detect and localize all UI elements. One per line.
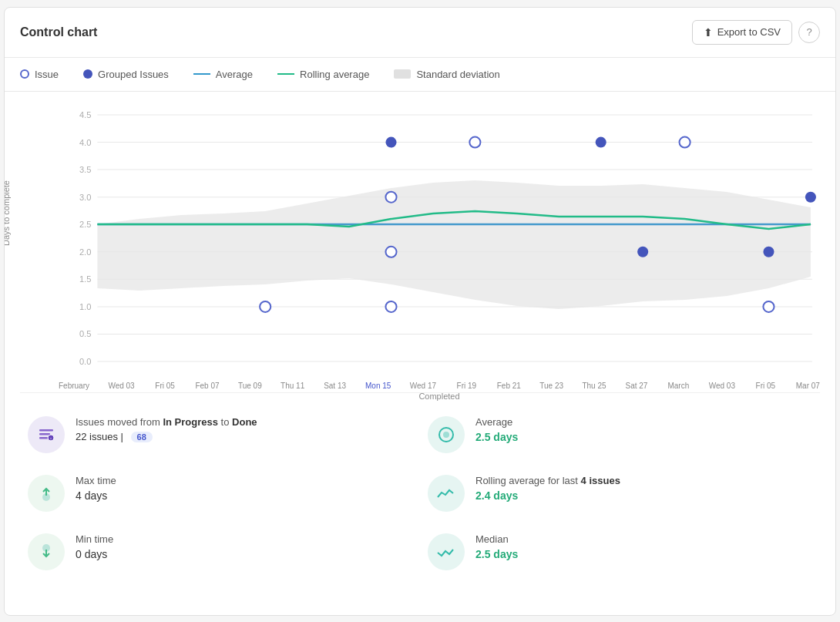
- stat-median: Median 2.5 days: [420, 523, 820, 581]
- stats-section: ↑ Issues moved from In Progress to Done …: [5, 393, 835, 593]
- stat-label-average: Average: [475, 416, 812, 428]
- chart-inner: 4.5 4.0 3.5 3.0 2.5 2.0 1.5 1.0 0.5 0.0: [59, 99, 820, 377]
- stat-content-average: Average 2.5 days: [475, 416, 812, 443]
- svg-text:3.0: 3.0: [79, 192, 91, 201]
- x-label-feb21: Feb 21: [497, 382, 521, 390]
- legend-label-rolling: Rolling average: [300, 69, 369, 80]
- x-label-march: March: [667, 382, 690, 390]
- chart-svg: 4.5 4.0 3.5 3.0 2.5 2.0 1.5 1.0 0.5 0.0: [59, 99, 820, 377]
- stat-issues-count: 22 issues | 68: [76, 431, 412, 442]
- data-point-grouped[interactable]: [763, 246, 774, 257]
- export-csv-button[interactable]: ⬆ Export to CSV: [692, 20, 792, 45]
- x-label-tue23: Tue 23: [539, 382, 563, 390]
- stddev-legend-icon: [394, 69, 411, 79]
- stat-label-issues: Issues moved from In Progress to Done: [76, 416, 412, 428]
- x-label-wed17: Wed 17: [410, 382, 436, 390]
- stat-label-in-progress: In Progress: [163, 416, 218, 428]
- help-icon: ?: [806, 26, 811, 38]
- legend-label-grouped: Grouped Issues: [98, 69, 169, 80]
- control-chart-card: Control chart ⬆ Export to CSV ? Issue Gr…: [4, 7, 836, 616]
- legend-item-rolling: Rolling average: [277, 69, 369, 80]
- legend-item-issue: Issue: [20, 69, 59, 80]
- stat-content-issues: Issues moved from In Progress to Done 22…: [76, 416, 412, 442]
- chart-area: Days to complete: [5, 92, 835, 392]
- legend-item-average: Average: [193, 69, 253, 80]
- svg-text:2.0: 2.0: [79, 247, 91, 256]
- legend-item-stddev: Standard deviation: [394, 69, 499, 80]
- svg-text:4.0: 4.0: [79, 137, 91, 146]
- x-label-fri05-2: Fri 05: [754, 382, 777, 390]
- svg-text:↑: ↑: [49, 436, 52, 442]
- y-axis-label: Days to complete: [4, 230, 11, 246]
- data-point-issue[interactable]: [763, 301, 774, 311]
- stat-content-max: Max time 4 days: [76, 475, 412, 502]
- svg-text:3.5: 3.5: [79, 165, 91, 174]
- svg-text:0.5: 0.5: [79, 329, 91, 338]
- svg-marker-20: [97, 180, 810, 309]
- grouped-legend-icon: [83, 69, 92, 79]
- data-point-issue[interactable]: [260, 301, 270, 311]
- data-point-issue[interactable]: [680, 136, 690, 147]
- export-icon: ⬆: [704, 26, 713, 39]
- stat-icon-issues: ↑: [28, 416, 65, 453]
- legend-label-average: Average: [216, 69, 253, 80]
- stat-content-median: Median 2.5 days: [475, 533, 812, 560]
- x-label-fri19: Fri 19: [455, 382, 478, 390]
- x-label-sat27: Sat 27: [625, 382, 648, 390]
- svg-text:2.5: 2.5: [79, 220, 91, 229]
- chart-container: Days to complete: [20, 99, 820, 392]
- stats-left: ↑ Issues moved from In Progress to Done …: [20, 405, 420, 581]
- x-label-tue09: Tue 09: [238, 382, 262, 390]
- chart-legend: Issue Grouped Issues Average Rolling ave…: [5, 58, 835, 92]
- x-label-mar07: Mar 07: [796, 382, 820, 390]
- page-title: Control chart: [20, 25, 97, 39]
- x-label-thu11: Thu 11: [281, 382, 304, 390]
- card-header: Control chart ⬆ Export to CSV ?: [5, 8, 835, 58]
- stat-average: Average 2.5 days: [420, 405, 820, 464]
- stat-value-average: 2.5 days: [475, 431, 812, 443]
- data-point-grouped[interactable]: [805, 191, 816, 202]
- x-label-wed03: Wed 03: [108, 382, 134, 390]
- stat-value-min: 0 days: [76, 548, 412, 560]
- data-point-issue[interactable]: [385, 191, 396, 202]
- stat-icon-median: [428, 533, 465, 570]
- svg-rect-22: [39, 429, 53, 432]
- stat-icon-max: [28, 475, 65, 512]
- stat-icon-rolling: [428, 475, 465, 512]
- data-point-grouped[interactable]: [385, 136, 396, 147]
- header-actions: ⬆ Export to CSV ?: [692, 20, 820, 45]
- stat-icon-average: [428, 416, 465, 453]
- data-point-grouped[interactable]: [637, 246, 648, 257]
- legend-label-stddev: Standard deviation: [416, 69, 499, 80]
- stat-rolling-count: 4 issues: [581, 475, 620, 486]
- stat-icon-min: [28, 533, 65, 570]
- stat-content-rolling: Rolling average for last 4 issues 2.4 da…: [475, 475, 812, 502]
- stat-value-rolling: 2.4 days: [475, 489, 812, 502]
- svg-text:4.5: 4.5: [79, 110, 91, 119]
- svg-text:0.0: 0.0: [79, 357, 91, 366]
- help-button[interactable]: ?: [798, 22, 820, 43]
- stats-right: Average 2.5 days Rolling average for las…: [420, 405, 820, 581]
- x-axis-title: Completed: [59, 392, 820, 401]
- x-label-february: February: [59, 382, 89, 390]
- x-label-wed03-2: Wed 03: [709, 382, 735, 390]
- data-point-issue[interactable]: [469, 136, 480, 147]
- legend-label-issue: Issue: [35, 69, 59, 80]
- stat-max-time: Max time 4 days: [20, 464, 420, 523]
- svg-text:1.0: 1.0: [79, 301, 91, 311]
- stat-value-median: 2.5 days: [475, 548, 812, 560]
- x-label-feb07: Feb 07: [195, 382, 219, 390]
- average-legend-icon: [193, 73, 210, 75]
- x-label-fri05: Fri 05: [153, 382, 176, 390]
- data-point-issue[interactable]: [385, 246, 396, 257]
- x-axis-labels: February Wed 03 Fri 05 Feb 07 Tue 09 Thu…: [59, 382, 820, 390]
- issue-legend-icon: [20, 69, 29, 79]
- data-point-grouped[interactable]: [596, 136, 606, 147]
- stat-value-max: 4 days: [76, 489, 412, 502]
- data-point-issue[interactable]: [385, 301, 396, 311]
- stat-min-time: Min time 0 days: [20, 523, 420, 581]
- x-label-thu25: Thu 25: [582, 382, 606, 390]
- svg-point-32: [443, 432, 449, 438]
- stat-label-rolling: Rolling average for last 4 issues: [475, 475, 812, 486]
- stat-rolling: Rolling average for last 4 issues 2.4 da…: [420, 464, 820, 523]
